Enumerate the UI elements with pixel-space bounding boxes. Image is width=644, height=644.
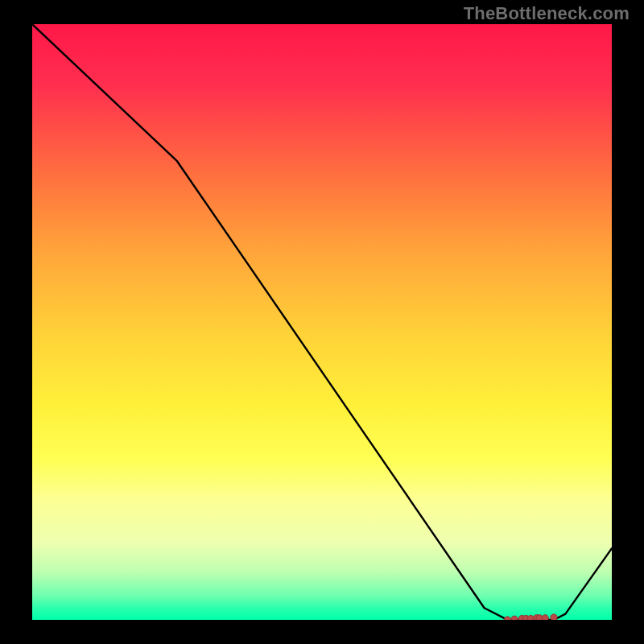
marker-dot [551,614,557,620]
marker-dot [511,616,518,620]
chart-container: TheBottleneck.com [0,0,644,644]
plot-area [32,24,612,620]
line-chart-svg [32,24,612,620]
chart-line [32,24,612,620]
marker-dot [542,615,548,620]
watermark-text: TheBottleneck.com [464,3,630,24]
marker-dot [504,617,510,620]
